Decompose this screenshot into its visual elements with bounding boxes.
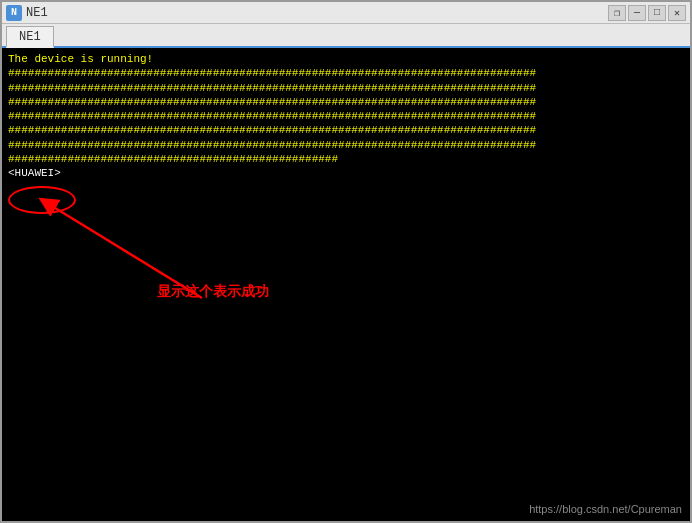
maximize-button[interactable]: □ — [648, 5, 666, 21]
close-button[interactable]: ✕ — [668, 5, 686, 21]
title-bar: N NE1 ❐ — □ ✕ — [2, 2, 690, 24]
hash-row-4: ########################################… — [8, 109, 684, 123]
window-controls: ❐ — □ ✕ — [608, 5, 686, 21]
watermark: https://blog.csdn.net/Cpureman — [529, 503, 682, 515]
main-window: N NE1 ❐ — □ ✕ NE1 The device is running!… — [0, 0, 692, 523]
restore-button[interactable]: ❐ — [608, 5, 626, 21]
tab-bar: NE1 — [2, 24, 690, 48]
window-icon: N — [6, 5, 22, 21]
window-title: NE1 — [26, 6, 604, 20]
terminal-area[interactable]: The device is running! #################… — [2, 48, 690, 521]
annotation-arrow — [2, 188, 222, 308]
tab-ne1[interactable]: NE1 — [6, 26, 54, 48]
minimize-button[interactable]: — — [628, 5, 646, 21]
hash-row-5: ########################################… — [8, 123, 684, 137]
hash-row-1: ########################################… — [8, 66, 684, 80]
hash-row-6: ########################################… — [8, 138, 684, 152]
svg-line-0 — [47, 203, 202, 298]
annotation-circle — [8, 186, 76, 214]
hash-row-3: ########################################… — [8, 95, 684, 109]
hash-row-2: ########################################… — [8, 81, 684, 95]
hash-row-7: ########################################… — [8, 152, 684, 166]
terminal-prompt: <HUAWEI> — [8, 166, 684, 180]
device-running-line: The device is running! — [8, 52, 684, 66]
annotation-label: 显示这个表示成功 — [157, 283, 269, 301]
